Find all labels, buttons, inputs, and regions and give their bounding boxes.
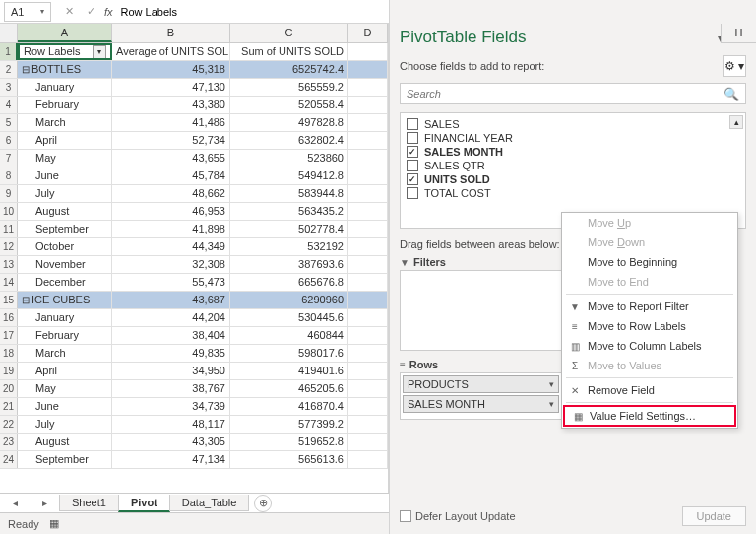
tab-data-table[interactable]: Data_Table [169, 495, 250, 511]
defer-checkbox[interactable]: Defer Layout Update [400, 510, 516, 522]
cell[interactable] [348, 398, 388, 415]
cell-label[interactable]: January [18, 309, 112, 326]
column-header-c[interactable]: C [230, 24, 348, 42]
cell[interactable] [348, 238, 388, 255]
cell-sum[interactable]: 563435.2 [230, 203, 348, 220]
cell[interactable] [348, 274, 388, 291]
cell-avg[interactable]: 52,734 [112, 132, 230, 149]
menu-move-beginning[interactable]: Move to Beginning [562, 252, 737, 272]
field-item[interactable]: FINANCIAL YEAR [403, 131, 743, 145]
cell-label[interactable]: June [18, 398, 112, 415]
cell-avg[interactable]: 55,473 [112, 274, 230, 291]
cell-label[interactable]: February [18, 327, 112, 344]
tab-next-icon[interactable]: ▸ [42, 498, 47, 508]
cell-avg[interactable]: 45,784 [112, 167, 230, 184]
cell-label[interactable]: July [18, 185, 112, 202]
cell[interactable] [348, 380, 388, 397]
cell-label[interactable]: October [18, 238, 112, 255]
filter-dropdown-icon[interactable]: ▾ [93, 45, 106, 59]
menu-value-field-settings[interactable]: ▦Value Field Settings… [563, 405, 736, 427]
cell[interactable] [348, 221, 388, 237]
cell-sum[interactable]: 460844 [230, 327, 348, 344]
row-header[interactable]: 9 [0, 185, 18, 202]
row-header[interactable]: 13 [0, 256, 18, 273]
rows-item-sales-month[interactable]: SALES MONTH▾ [403, 395, 559, 413]
cell-avg[interactable]: 41,486 [112, 114, 230, 131]
cell-sum[interactable]: 523860 [230, 150, 348, 167]
cell-avg[interactable]: 44,204 [112, 309, 230, 326]
cell-sum[interactable]: 577399.2 [230, 416, 348, 433]
column-header-d[interactable]: D [348, 24, 388, 42]
cell-sum[interactable]: 465205.6 [230, 380, 348, 397]
cell-avg[interactable]: 47,134 [112, 451, 230, 468]
cell-avg[interactable]: 41,898 [112, 221, 230, 237]
cell-sum[interactable]: 520558.4 [230, 97, 348, 113]
cell[interactable] [348, 292, 388, 308]
cell-sum[interactable]: 502778.4 [230, 221, 348, 237]
column-header-b[interactable]: B [112, 24, 230, 42]
cell-label[interactable]: ⊟ICE CUBES [18, 292, 112, 308]
row-header[interactable]: 5 [0, 114, 18, 131]
cell-avg[interactable]: 43,655 [112, 150, 230, 167]
name-box[interactable]: A1 ▾ [4, 2, 51, 22]
cell-sum[interactable]: 530445.6 [230, 309, 348, 326]
menu-remove-field[interactable]: ✕Remove Field [562, 380, 737, 400]
cell[interactable] [348, 416, 388, 433]
cell-avg[interactable]: 46,953 [112, 203, 230, 220]
cell-sum[interactable]: 549412.8 [230, 167, 348, 184]
cell-sum[interactable]: 565613.6 [230, 451, 348, 468]
cell-avg[interactable]: 43,687 [112, 292, 230, 308]
row-header[interactable]: 11 [0, 221, 18, 237]
row-header[interactable]: 19 [0, 363, 18, 379]
menu-to-row-labels[interactable]: ≡Move to Row Labels [562, 316, 737, 336]
row-header[interactable]: 4 [0, 97, 18, 113]
cell-avg[interactable]: 38,404 [112, 327, 230, 344]
cell-label[interactable]: September [18, 221, 112, 237]
cell-label[interactable]: ⊟BOTTLES [18, 61, 112, 78]
fx-icon[interactable]: fx [104, 6, 113, 18]
cell-label[interactable]: September [18, 451, 112, 468]
cell-label[interactable]: February [18, 97, 112, 113]
cell-label[interactable]: May [18, 380, 112, 397]
column-header-a[interactable]: A [18, 24, 112, 42]
add-sheet-icon[interactable]: ⊕ [254, 495, 272, 512]
gear-icon[interactable]: ⚙ ▾ [723, 55, 746, 77]
field-item[interactable]: TOTAL COST [403, 186, 743, 200]
avg-header[interactable]: Average of UNITS SOLD [112, 43, 230, 60]
update-button[interactable]: Update [682, 506, 746, 526]
menu-to-report-filter[interactable]: ▼Move to Report Filter [562, 297, 737, 316]
row-header[interactable]: 14 [0, 274, 18, 291]
cell-label[interactable]: July [18, 416, 112, 433]
cell-sum[interactable]: 6290960 [230, 292, 348, 308]
row-header[interactable]: 17 [0, 327, 18, 344]
cell-avg[interactable]: 38,767 [112, 380, 230, 397]
row-header[interactable]: 23 [0, 434, 18, 450]
tab-sheet1[interactable]: Sheet1 [59, 495, 119, 511]
field-item[interactable]: SALES [403, 117, 743, 131]
rows-item-products[interactable]: PRODUCTS▾ [403, 375, 559, 393]
cell-sum[interactable]: 532192 [230, 238, 348, 255]
row-header[interactable]: 15 [0, 292, 18, 308]
cell-sum[interactable]: 6525742.4 [230, 61, 348, 78]
row-header[interactable]: 22 [0, 416, 18, 433]
cell-label[interactable]: December [18, 274, 112, 291]
cell-sum[interactable]: 497828.8 [230, 114, 348, 131]
cell-label[interactable]: March [18, 114, 112, 131]
menu-to-column-labels[interactable]: ▥Move to Column Labels [562, 336, 737, 356]
chevron-down-icon[interactable]: ▾ [549, 379, 554, 389]
filters-drop[interactable] [400, 270, 562, 351]
cell-sum[interactable]: 598017.6 [230, 345, 348, 362]
cell-sum[interactable]: 387693.6 [230, 256, 348, 273]
cell-avg[interactable]: 49,835 [112, 345, 230, 362]
row-header[interactable]: 24 [0, 451, 18, 468]
cell[interactable] [348, 203, 388, 220]
cell-sum[interactable]: 583944.8 [230, 185, 348, 202]
field-item[interactable]: SALES QTR [403, 159, 743, 172]
cell-avg[interactable]: 45,318 [112, 61, 230, 78]
cell-sum[interactable]: 519652.8 [230, 434, 348, 450]
cell-avg[interactable]: 48,662 [112, 185, 230, 202]
row-header[interactable]: 2 [0, 61, 18, 78]
cell-label[interactable]: April [18, 363, 112, 379]
select-all-corner[interactable] [0, 24, 18, 42]
row-header[interactable]: 7 [0, 150, 18, 167]
